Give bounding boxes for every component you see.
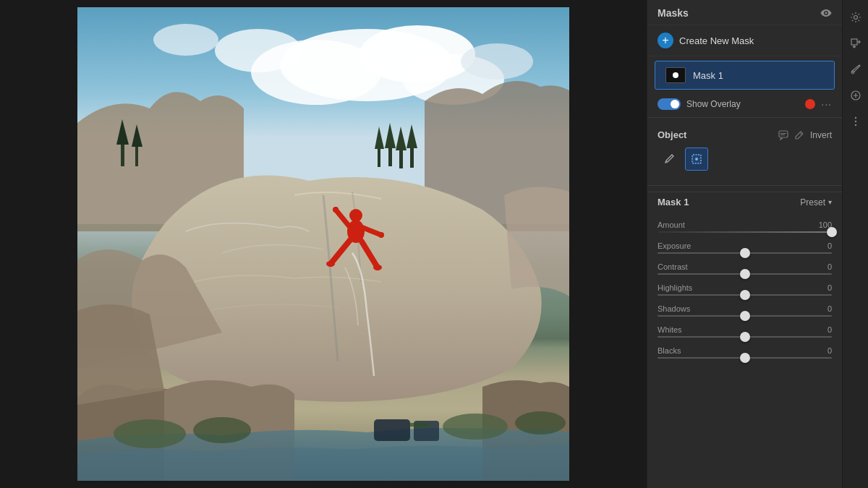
- brush-tool-button[interactable]: [658, 147, 681, 171]
- slider-track-whites[interactable]: [658, 336, 832, 338]
- slider-track-contrast[interactable]: [658, 273, 832, 275]
- slider-thumb-shadows[interactable]: [740, 311, 750, 321]
- svg-line-41: [799, 132, 801, 134]
- svg-point-29: [326, 261, 335, 267]
- svg-point-42: [665, 160, 668, 163]
- preset-label: Preset: [800, 197, 825, 207]
- svg-rect-38: [779, 131, 788, 137]
- mask-dot: [673, 72, 678, 78]
- brush-icon[interactable]: [846, 59, 866, 80]
- svg-rect-10: [399, 148, 403, 168]
- svg-point-6: [461, 43, 533, 80]
- photo-svg: [77, 7, 569, 481]
- slider-label-blacks: Blacks: [658, 346, 681, 355]
- slider-label-amount: Amount: [658, 221, 685, 229]
- tool-row: [658, 147, 832, 171]
- svg-rect-18: [135, 145, 138, 166]
- masks-title: Masks: [658, 7, 689, 19]
- slider-track-blacks[interactable]: [658, 357, 832, 359]
- show-overlay-toggle[interactable]: [658, 98, 681, 110]
- mask1-section-label: Mask 1: [658, 197, 689, 207]
- svg-rect-12: [410, 146, 414, 168]
- svg-point-50: [854, 121, 856, 122]
- mask-1-row[interactable]: Mask 1: [655, 61, 835, 90]
- mask-preset-header: Mask 1 Preset ▾: [658, 197, 832, 207]
- svg-rect-35: [374, 419, 410, 441]
- slider-track-highlights[interactable]: [658, 294, 832, 296]
- svg-point-31: [114, 419, 186, 448]
- object-section: Object: [647, 124, 842, 185]
- svg-point-32: [193, 417, 251, 443]
- invert-label[interactable]: Invert: [810, 130, 832, 140]
- masks-header: Masks: [647, 0, 842, 25]
- slider-label-exposure: Exposure: [658, 241, 691, 250]
- more-options-icon[interactable]: ···: [821, 98, 832, 110]
- slider-row-amount: Amount100: [658, 221, 832, 233]
- object-icons: Invert: [778, 130, 832, 140]
- mask-preset-section: Mask 1 Preset ▾: [647, 192, 842, 221]
- photo-background: [77, 7, 569, 481]
- slider-thumb-highlights[interactable]: [740, 290, 750, 300]
- slider-row-highlights: Highlights0: [658, 283, 832, 296]
- overlay-row: Show Overlay ···: [647, 94, 842, 117]
- slider-label-whites: Whites: [658, 325, 682, 334]
- image-area: [0, 0, 647, 488]
- slider-label-contrast: Contrast: [658, 262, 688, 271]
- slider-value-shadows: 0: [827, 304, 832, 313]
- heal-icon[interactable]: [846, 85, 866, 106]
- slider-value-highlights: 0: [827, 283, 832, 292]
- visibility-icon[interactable]: [820, 7, 832, 19]
- more-tools-icon[interactable]: [846, 111, 866, 132]
- svg-rect-37: [410, 423, 428, 427]
- svg-point-7: [153, 24, 218, 56]
- svg-point-44: [695, 158, 698, 160]
- slider-value-contrast: 0: [827, 262, 832, 271]
- plus-icon: +: [658, 33, 673, 48]
- slider-value-whites: 0: [827, 325, 832, 334]
- slider-thumb-blacks[interactable]: [740, 353, 750, 363]
- overlay-color-indicator[interactable]: [805, 99, 815, 109]
- transform-icon[interactable]: [846, 33, 866, 53]
- photo-canvas: [77, 7, 569, 481]
- create-mask-label: Create New Mask: [679, 35, 754, 46]
- slider-label-shadows: Shadows: [658, 304, 690, 313]
- slider-value-blacks: 0: [827, 346, 832, 355]
- svg-rect-16: [121, 141, 124, 166]
- slider-track-shadows[interactable]: [658, 315, 832, 317]
- svg-rect-46: [851, 39, 857, 45]
- svg-rect-14: [378, 147, 380, 167]
- svg-point-45: [854, 16, 857, 20]
- slider-track-amount[interactable]: [658, 231, 832, 233]
- preset-dropdown[interactable]: Preset ▾: [800, 197, 832, 207]
- right-panel: Masks + Create New Mask Mask 1 Show Ove: [647, 0, 842, 488]
- svg-point-51: [854, 124, 856, 126]
- object-header: Object: [658, 129, 832, 140]
- show-overlay-label: Show Overlay: [686, 99, 799, 109]
- divider-2: [647, 185, 842, 186]
- slider-thumb-whites[interactable]: [740, 332, 750, 342]
- slider-thumb-contrast[interactable]: [740, 269, 750, 279]
- settings-icon[interactable]: [846, 7, 866, 27]
- comment-icon[interactable]: [778, 130, 788, 140]
- create-new-mask-button[interactable]: + Create New Mask: [647, 25, 842, 56]
- divider-1: [647, 117, 842, 118]
- svg-point-27: [333, 207, 339, 213]
- slider-row-whites: Whites0: [658, 325, 832, 338]
- slider-thumb-exposure[interactable]: [740, 248, 750, 258]
- mask-name: Mask 1: [693, 70, 824, 81]
- slider-track-exposure[interactable]: [658, 252, 832, 254]
- edit-icon[interactable]: [794, 130, 804, 140]
- slider-section: Amount100Exposure0Contrast0Highlights0Sh…: [647, 221, 842, 488]
- slider-thumb-amount[interactable]: [827, 227, 837, 237]
- slider-row-contrast: Contrast0: [658, 262, 832, 275]
- svg-point-49: [854, 117, 856, 119]
- svg-point-5: [215, 29, 302, 72]
- slider-row-shadows: Shadows0: [658, 304, 832, 317]
- object-select-tool-button[interactable]: [685, 147, 708, 171]
- slider-row-blacks: Blacks0: [658, 346, 832, 359]
- preset-chevron-icon: ▾: [828, 198, 832, 206]
- svg-point-30: [373, 265, 382, 270]
- slider-label-highlights: Highlights: [658, 283, 692, 292]
- slider-value-exposure: 0: [827, 241, 832, 250]
- svg-point-28: [378, 232, 384, 238]
